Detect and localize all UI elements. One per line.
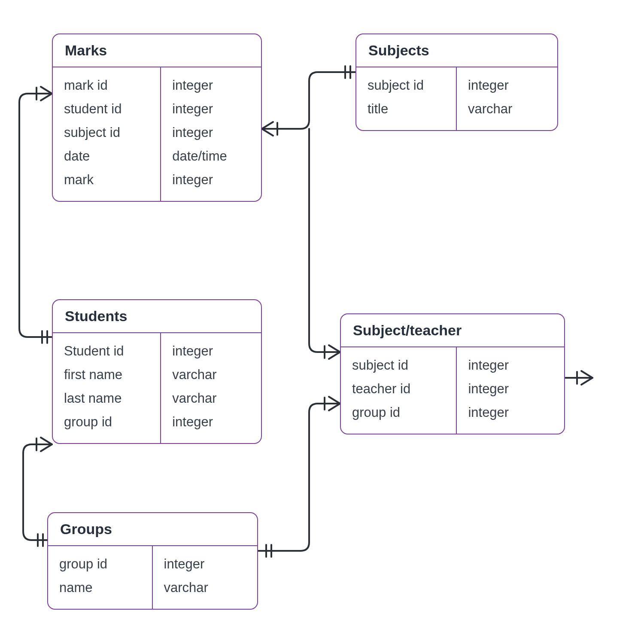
entity-subject-teacher: Subject/teacher subject id teacher id gr… xyxy=(340,313,565,434)
field-type: date/time xyxy=(170,144,252,168)
field-type: integer xyxy=(466,377,555,401)
field-name: first name xyxy=(62,363,151,386)
field-name: mark xyxy=(62,168,151,191)
field-type: varchar xyxy=(170,363,252,386)
field-name: title xyxy=(366,97,447,121)
entity-subjects: Subjects subject id title integer varcha… xyxy=(355,33,558,131)
field-name: teacher id xyxy=(350,377,447,401)
field-type: integer xyxy=(170,168,252,191)
entity-title: Subjects xyxy=(356,34,557,67)
field-name: subject id xyxy=(62,121,151,144)
field-type: varchar xyxy=(162,576,248,599)
field-type: integer xyxy=(170,339,252,363)
field-name: date xyxy=(62,144,151,168)
entity-groups: Groups group id name integer varchar xyxy=(47,512,258,610)
entity-title: Marks xyxy=(53,34,261,67)
field-name: last name xyxy=(62,386,151,410)
entity-title: Groups xyxy=(48,513,257,546)
entity-title: Students xyxy=(53,300,261,333)
field-type: integer xyxy=(170,97,252,121)
field-name: mark id xyxy=(62,73,151,97)
field-type: integer xyxy=(466,73,548,97)
entity-marks: Marks mark id student id subject id date… xyxy=(52,33,262,202)
field-type: integer xyxy=(170,410,252,434)
field-name: group id xyxy=(350,401,447,424)
field-name: group id xyxy=(58,552,143,576)
field-type: integer xyxy=(170,121,252,144)
field-type: varchar xyxy=(170,386,252,410)
entity-title: Subject/teacher xyxy=(341,314,564,347)
field-type: integer xyxy=(170,73,252,97)
field-type: integer xyxy=(162,552,248,576)
field-name: Student id xyxy=(62,339,151,363)
field-type: integer xyxy=(466,401,555,424)
field-name: subject id xyxy=(366,73,447,97)
entity-students: Students Student id first name last name… xyxy=(52,299,262,444)
field-name: subject id xyxy=(350,353,447,377)
field-type: integer xyxy=(466,353,555,377)
field-name: name xyxy=(58,576,143,599)
er-diagram-canvas: Marks mark id student id subject id date… xyxy=(0,0,644,644)
field-type: varchar xyxy=(466,97,548,121)
field-name: group id xyxy=(62,410,151,434)
field-name: student id xyxy=(62,97,151,121)
